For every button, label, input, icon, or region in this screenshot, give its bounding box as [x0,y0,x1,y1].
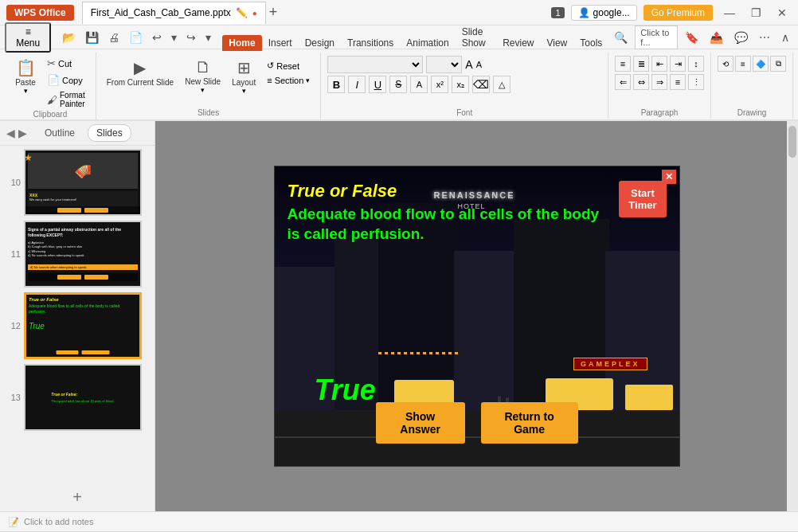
pdf-button[interactable]: 📄 [125,29,147,46]
more-button[interactable]: ⋯ [755,29,774,46]
slide-num-12: 12 [3,321,21,331]
slide-item-11[interactable]: 11 Signs of a partial airway obstruction… [3,221,151,288]
align-center-button[interactable]: ⇔ [633,74,649,90]
arrange-button[interactable]: ⧉ [770,56,786,72]
font-size-select[interactable] [426,56,462,73]
tab-insert[interactable]: Insert [262,35,299,51]
tab-review[interactable]: Review [496,35,540,51]
search-text[interactable]: Click to f... [635,25,678,49]
add-tab-button[interactable]: + [269,4,278,21]
notes-bar[interactable]: 📝 Click to add notes [0,511,798,532]
slide-num-10: 10 [3,178,21,187]
slide-12-btns-thumb [57,350,110,354]
print-button[interactable]: 🖨 [104,29,123,46]
clear-format-button[interactable]: ⌫ [472,76,490,93]
slide-thumb-13[interactable]: True or False: The typical adult has abo… [24,364,142,431]
slide-thumb-10[interactable]: 🪗 XXX We carry cash for your treatment! [24,149,142,216]
superscript-button[interactable]: x² [431,76,448,93]
text-dir-button[interactable]: ⟲ [718,56,733,72]
font-color-button[interactable]: A [410,76,428,93]
tab-slides[interactable]: Slides [88,124,131,142]
redo-dropdown[interactable]: ▾ [201,29,215,46]
shape-button[interactable]: △ [493,76,510,93]
scroll-thumb[interactable] [788,126,796,158]
collapse-ribbon-button[interactable]: ∧ [777,29,793,46]
slide-frame[interactable]: RENAISSANCE HOTEL GAMEPLEX ✕ [274,166,680,467]
from-current-slide-button[interactable]: ▶ From Current Slide [103,56,178,89]
tab-view[interactable]: View [540,35,573,51]
start-timer-label: Start Timer [628,187,656,211]
paste-button[interactable]: 📋 Paste ▾ [11,56,40,97]
subscript-button[interactable]: x₂ [452,76,469,93]
slide-item-13[interactable]: 13 True or False: The typical adult has … [3,364,151,431]
italic-button[interactable]: I [348,76,366,93]
bold-button[interactable]: B [327,76,345,93]
align-left-button[interactable]: ⇐ [615,74,631,90]
menu-button[interactable]: ≡ Menu [5,22,51,53]
bullet-list-button[interactable]: ≡ [615,56,631,72]
premium-button[interactable]: Go Premium [643,5,713,21]
bookmark-button[interactable]: 🔖 [681,29,702,46]
smartart-button[interactable]: 🔷 [753,56,769,72]
maximize-button[interactable]: ❐ [746,5,766,21]
undo-dropdown[interactable]: ▾ [167,29,181,46]
add-slide-button[interactable]: + [72,488,82,507]
tab-tools[interactable]: Tools [573,35,608,51]
align-right-button[interactable]: ⇒ [651,74,667,90]
minimize-button[interactable]: — [719,5,740,21]
line-spacing-button[interactable]: ↕ [688,56,704,72]
notes-placeholder: Click to add notes [24,517,93,526]
layout-button[interactable]: ⊞ Layout ▾ [228,56,260,97]
text-align-button[interactable]: ≡ [735,56,751,72]
slide-scrollbar[interactable] [787,121,798,511]
share-button[interactable]: 📤 [706,29,727,46]
document-tab[interactable]: First_Aid_Cash_Cab_Game.pptx ✏️ ● [82,2,266,24]
section-button[interactable]: ≡ Section ▾ [263,74,314,87]
sidebar-expand-button[interactable]: ▶ [18,127,27,139]
tab-outline[interactable]: Outline [37,125,83,141]
save-button[interactable]: 💾 [81,29,103,46]
reset-button[interactable]: ↺ Reset [263,59,314,72]
paste-icon: 📋 [16,58,36,77]
slide-thumb-12[interactable]: True or False Adequate blood flow to all… [24,292,142,359]
layout-label: Layout [232,78,256,87]
tab-count: 1 [551,7,564,18]
sidebar-collapse-button[interactable]: ◀ [6,127,15,139]
indent-dec-button[interactable]: ⇤ [651,56,667,72]
wps-office-button[interactable]: WPS Office [6,5,74,21]
tab-transitions[interactable]: Transitions [341,35,400,51]
slide-item-10[interactable]: 10 🪗 XXX We carry cash for your treatmen… [3,149,151,216]
font-size-increase[interactable]: A [465,58,472,71]
open-folder-button[interactable]: 📂 [58,29,80,46]
font-family-select[interactable] [327,56,423,73]
redo-button[interactable]: ↪ [182,29,200,46]
numbered-list-button[interactable]: ≣ [633,56,649,72]
underline-button[interactable]: U [369,76,386,93]
new-slide-button[interactable]: 🗋 New Slide ▾ [181,56,225,96]
search-button[interactable]: 🔍 [610,29,632,46]
undo-button[interactable]: ↩ [148,29,166,46]
slide-thumb-11[interactable]: Signs of a partial airway obstruction ar… [24,221,142,288]
font-size-decrease[interactable]: A [476,60,482,69]
tab-slideshow[interactable]: Slide Show [456,24,496,51]
show-answer-button[interactable]: Show Answer [376,402,465,444]
return-to-game-button[interactable]: Return to Game [481,402,578,444]
tab-home[interactable]: Home [222,35,261,51]
start-timer-button[interactable]: Start Timer [619,181,666,217]
cut-button[interactable]: ✂ Cut [43,56,89,71]
columns-button[interactable]: ⋮ [688,74,704,90]
tab-animation[interactable]: Animation [400,35,455,51]
section-label: Section [275,76,304,85]
user-account-button[interactable]: 👤 google... [571,5,637,21]
justify-button[interactable]: ≡ [670,74,686,90]
close-button[interactable]: ✕ [773,5,792,21]
indent-inc-button[interactable]: ⇥ [670,56,686,72]
format-painter-button[interactable]: 🖌 FormatPainter [43,89,89,110]
title-bar: WPS Office First_Aid_Cash_Cab_Game.pptx … [0,0,798,25]
slide-12-content: True or False Adequate blood flow to all… [26,295,139,357]
strikethrough-button[interactable]: S [389,76,407,93]
copy-button[interactable]: 📄 Copy [43,72,89,88]
slide-item-12[interactable]: 12 True or False Adequate blood flow to … [3,292,151,359]
comment-button[interactable]: 💬 [730,29,752,46]
tab-design[interactable]: Design [299,35,341,51]
